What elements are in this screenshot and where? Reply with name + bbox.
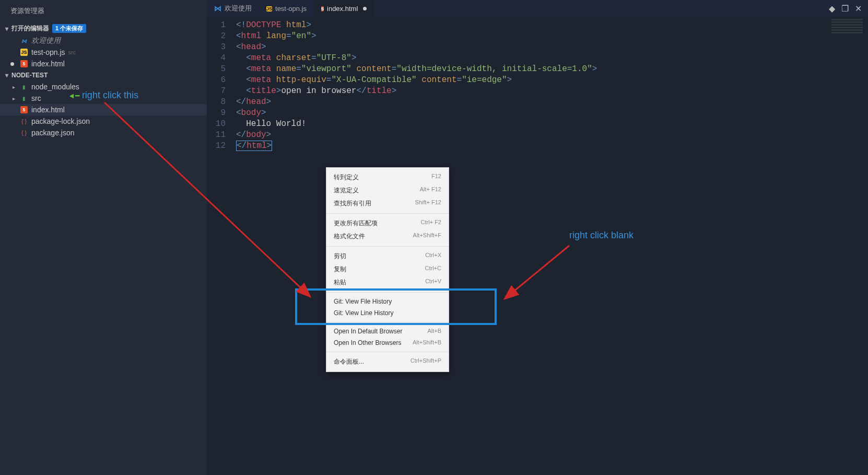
menu-item-label: 剪切: [334, 252, 346, 261]
menu-item-shortcut: Alt+B: [427, 328, 441, 335]
line-number: 11: [207, 130, 226, 141]
file-label: 欢迎使用: [31, 36, 61, 45]
context-menu-item[interactable]: 剪切Ctrl+X: [326, 250, 449, 263]
menu-item-label: 命令面板...: [334, 357, 364, 366]
open-editor-item[interactable]: JStest-opn.jssrc: [0, 47, 207, 58]
code-line[interactable]: <meta charset="UTF-8">: [236, 53, 868, 64]
annotation-right-label: right click blank: [569, 230, 634, 241]
menu-item-label: 转到定义: [334, 173, 359, 182]
menu-item-shortcut: Ctrl+C: [425, 265, 441, 274]
line-number: 6: [207, 75, 226, 86]
explorer-tree-item[interactable]: { }package-lock.json: [0, 115, 207, 127]
sidebar-title: 资源管理器: [0, 0, 207, 22]
menu-item-label: 复制: [334, 265, 346, 274]
line-number: 7: [207, 86, 226, 97]
code-line[interactable]: <title>open in browser</title>: [236, 86, 868, 97]
tab-label: 欢迎使用: [225, 4, 252, 13]
vscode-icon: ⋈: [214, 4, 221, 13]
context-menu-item[interactable]: 速览定义Alt+ F12: [326, 184, 449, 197]
chevron-right-icon: ▸: [13, 84, 15, 90]
html-file-icon: 5: [20, 106, 28, 113]
json-file-icon: { }: [20, 129, 28, 137]
menu-item-shortcut: Shift+ F12: [415, 199, 441, 208]
code-line[interactable]: Hello World!: [236, 119, 868, 130]
chevron-down-icon: ▾: [5, 25, 11, 32]
menu-item-label: 速览定义: [334, 186, 359, 195]
project-header[interactable]: ▾ NODE-TEST: [0, 69, 207, 81]
menu-item-label: 查找所有引用: [334, 199, 371, 208]
open-editors-label: 打开的编辑器: [11, 24, 49, 33]
code-line[interactable]: <!DOCTYPE html>: [236, 20, 868, 31]
context-menu-item[interactable]: Open In Other BrowsersAlt+Shift+B: [326, 337, 449, 349]
context-menu-item[interactable]: 粘贴Ctrl+V: [326, 276, 449, 289]
context-menu: 转到定义F12速览定义Alt+ F12查找所有引用Shift+ F12更改所有匹…: [326, 167, 449, 372]
code-line[interactable]: </body>: [236, 130, 868, 141]
menu-item-label: 格式化文件: [334, 232, 365, 241]
tab-label: index.html: [327, 5, 358, 13]
project-label: NODE-TEST: [11, 72, 48, 79]
editor-tab[interactable]: JStest-opn.js: [259, 0, 314, 17]
menu-item-label: 粘贴: [334, 278, 346, 287]
menu-item-shortcut: Alt+Shift+B: [413, 339, 441, 346]
open-editors-header[interactable]: ▾ 打开的编辑器 1 个未保存: [0, 22, 207, 35]
annotation-highlight-box: [295, 288, 497, 325]
titlebar-controls: ◆ ❐ ✕: [829, 4, 868, 14]
file-path-meta: src: [68, 49, 76, 55]
context-menu-item[interactable]: 转到定义F12: [326, 171, 449, 184]
dirty-dot-icon: [363, 7, 367, 10]
layout-icon[interactable]: ◆: [829, 4, 835, 14]
line-number: 1: [207, 20, 226, 31]
code-line[interactable]: <head>: [236, 42, 868, 53]
code-line[interactable]: <body>: [236, 108, 868, 119]
close-icon[interactable]: ✕: [855, 4, 862, 14]
line-number: 4: [207, 53, 226, 64]
open-editor-item[interactable]: 5index.html: [0, 58, 207, 69]
context-menu-item[interactable]: 命令面板...Ctrl+Shift+P: [326, 355, 449, 368]
context-menu-item[interactable]: 查找所有引用Shift+ F12: [326, 197, 449, 210]
code-line[interactable]: <meta http-equiv="X-UA-Compatible" conte…: [236, 75, 868, 86]
menu-item-label: 更改所有匹配项: [334, 219, 378, 228]
minimap[interactable]: [826, 18, 868, 44]
context-menu-item[interactable]: 格式化文件Alt+Shift+F: [326, 230, 449, 243]
menu-item-shortcut: Ctrl+Shift+P: [410, 357, 441, 366]
unsaved-badge: 1 个未保存: [52, 24, 86, 33]
menu-item-shortcut: Ctrl+X: [425, 252, 441, 261]
menu-item-shortcut: Ctrl+V: [425, 278, 441, 287]
line-number: 10: [207, 119, 226, 130]
split-icon[interactable]: ❐: [841, 4, 849, 14]
sidebar-explorer: 资源管理器 ▾ 打开的编辑器 1 个未保存 ⋈欢迎使用JStest-opn.js…: [0, 0, 207, 475]
code-line[interactable]: <meta name="viewport" content="width=dev…: [236, 64, 868, 75]
arrow-left-green-icon: ◄━: [68, 91, 79, 100]
json-file-icon: { }: [20, 117, 28, 125]
menu-item-shortcut: F12: [431, 173, 441, 182]
file-label: src: [31, 94, 41, 102]
file-label: index.html: [31, 60, 65, 68]
editor-tab[interactable]: ⋈欢迎使用: [207, 0, 259, 17]
file-label: test-opn.js: [31, 48, 65, 56]
tab-label: test-opn.js: [275, 5, 307, 13]
annotation-left-label: ◄━ right click this: [68, 90, 138, 101]
editor-area: ⋈欢迎使用JStest-opn.js5index.html ◆ ❐ ✕ 1234…: [207, 0, 868, 475]
html-file-icon: 5: [20, 60, 28, 67]
line-number: 9: [207, 108, 226, 119]
line-number: 3: [207, 42, 226, 53]
menu-item-shortcut: Ctrl+ F2: [421, 219, 441, 228]
explorer-tree-item[interactable]: { }package.json: [0, 127, 207, 138]
dirty-dot-icon: [10, 62, 14, 66]
code-line[interactable]: </head>: [236, 97, 868, 108]
line-number: 8: [207, 97, 226, 108]
menu-item-shortcut: Alt+ F12: [420, 186, 441, 195]
open-editor-item[interactable]: ⋈欢迎使用: [0, 35, 207, 47]
code-editor[interactable]: 123456789101112 <!DOCTYPE html><html lan…: [207, 17, 868, 155]
menu-item-shortcut: Alt+Shift+F: [413, 232, 441, 241]
context-menu-item[interactable]: Open In Default BrowserAlt+B: [326, 326, 449, 337]
tab-bar: ⋈欢迎使用JStest-opn.js5index.html ◆ ❐ ✕: [207, 0, 868, 17]
context-menu-item[interactable]: 更改所有匹配项Ctrl+ F2: [326, 217, 449, 230]
code-line[interactable]: <html lang="en">: [236, 31, 868, 42]
editor-tab[interactable]: 5index.html: [314, 0, 374, 17]
explorer-tree-item[interactable]: 5index.html: [0, 104, 207, 115]
line-number: 12: [207, 141, 226, 152]
context-menu-item[interactable]: 复制Ctrl+C: [326, 263, 449, 276]
code-line[interactable]: </html>: [236, 141, 868, 152]
line-number: 5: [207, 64, 226, 75]
